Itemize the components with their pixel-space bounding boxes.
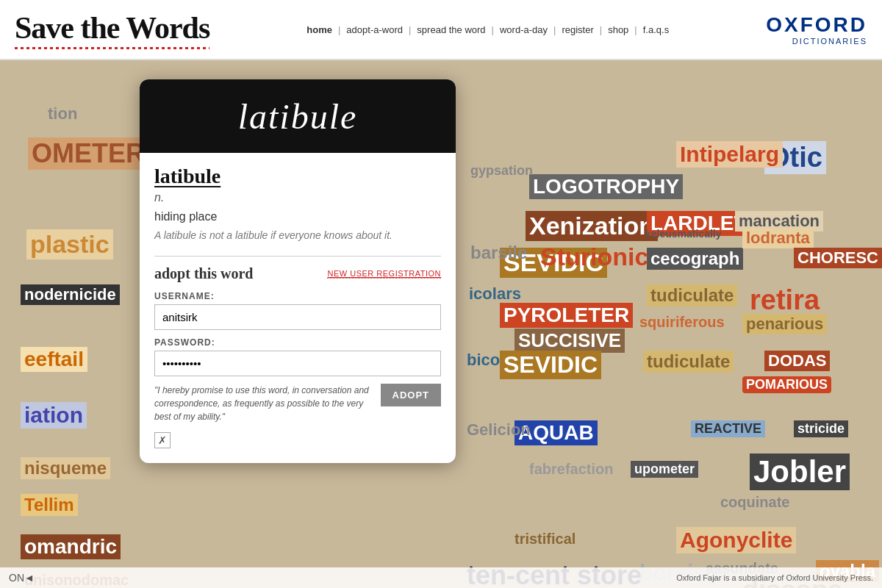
nav-item-register[interactable]: register xyxy=(556,24,599,35)
word-title: latibule xyxy=(154,165,441,188)
word-tile: cecograph xyxy=(647,248,743,270)
word-tile: eeftail xyxy=(21,347,87,372)
word-tile: retira xyxy=(750,284,820,316)
word-tile: keleusmatically xyxy=(645,228,722,240)
word-tile: squiriferous xyxy=(639,314,725,331)
word-tile: OMETER xyxy=(28,137,148,170)
divider xyxy=(154,256,441,257)
site-logo[interactable]: Save the Words xyxy=(15,10,209,46)
word-tile: tudiculate xyxy=(643,351,734,373)
agree-checkbox[interactable]: ✗ xyxy=(154,432,171,448)
word-pos: n. xyxy=(154,191,441,204)
adopt-row: "I hereby promise to use this word, in c… xyxy=(154,384,441,448)
audio-control[interactable]: ON◄ xyxy=(9,572,35,584)
word-tile: Sturionic xyxy=(540,243,648,271)
word-tile: fabrefaction xyxy=(529,461,613,478)
main-nav: home | adopt-a-word | spread the word | … xyxy=(301,24,675,35)
adopt-button[interactable]: ADOPT xyxy=(381,384,442,406)
nav-item-spreadtheword[interactable]: spread the word xyxy=(411,24,491,35)
adopt-header: adopt this word NEW USER REGISTRATION xyxy=(154,265,441,282)
word-tile: SUCCISIVE xyxy=(514,329,625,353)
nav-item-shop[interactable]: shop xyxy=(602,24,634,35)
nav-item-wordaday[interactable]: word-a-day xyxy=(494,24,553,35)
footer-bar: ON◄ Oxford Fajar is a subsidiary of Oxfo… xyxy=(0,567,882,588)
word-card: latibule latibule n. hiding place A lati… xyxy=(140,79,456,463)
password-input[interactable] xyxy=(154,351,441,376)
logo-underline xyxy=(15,47,209,49)
new-user-registration-link[interactable]: NEW USER REGISTRATION xyxy=(327,269,441,279)
card-content: latibule n. hiding place A latibule is n… xyxy=(140,153,456,448)
word-tile: Gelicion xyxy=(467,420,531,440)
word-tile: POMARIOUS xyxy=(742,376,831,393)
nav-item-adoptaword[interactable]: adopt-a-word xyxy=(340,24,409,35)
word-tile: penarious xyxy=(742,314,827,334)
word-tile: upometer xyxy=(631,461,698,478)
word-tile: REACTIVE xyxy=(691,420,765,437)
word-tile: CHORESC xyxy=(794,248,882,268)
word-tile: barsile xyxy=(470,243,527,263)
word-quote: A latibule is not a latibule if everyone… xyxy=(154,229,441,241)
nav-item-faqs[interactable]: f.a.q.s xyxy=(637,24,675,35)
word-tile: Tellim xyxy=(21,494,78,516)
word-image-label: latibule xyxy=(238,96,358,137)
header: Save the Words home | adopt-a-word | spr… xyxy=(0,0,882,60)
word-tile: coquinate xyxy=(720,494,789,511)
promise-text: "I hereby promise to use this word, in c… xyxy=(154,384,372,423)
word-tile: Agonyclite xyxy=(676,527,796,553)
word-tile: tion xyxy=(48,104,77,123)
logo-area: Save the Words xyxy=(15,10,209,49)
word-tile: Xenization xyxy=(526,211,658,241)
word-tile: omandric xyxy=(21,534,121,559)
word-definition: hiding place xyxy=(154,210,441,223)
username-label: USERNAME: xyxy=(154,291,441,301)
word-tile: DODAS xyxy=(764,351,830,371)
word-tile: iation xyxy=(21,402,87,429)
word-image-header: latibule xyxy=(140,79,456,153)
word-tile: tudiculate xyxy=(647,284,737,306)
password-label: PASSWORD: xyxy=(154,337,441,348)
nav-item-home[interactable]: home xyxy=(301,24,338,35)
oxford-bottom-text: DICTIONARIES xyxy=(792,37,867,46)
word-tile: nodernicide xyxy=(21,284,120,305)
username-input[interactable] xyxy=(154,304,441,330)
word-tile: gypsation xyxy=(470,163,533,179)
oxford-logo: OXFORD DICTIONARIES xyxy=(766,13,867,46)
word-tile: stricide xyxy=(794,420,848,437)
word-tile: Intipelarg xyxy=(676,141,783,168)
oxford-top-text: OXFORD xyxy=(766,13,867,37)
word-tile: nisqueme xyxy=(21,457,110,479)
word-tile: tristifical xyxy=(514,531,576,548)
adopt-title: adopt this word xyxy=(154,265,253,282)
oxford-credit: Oxford Fajar is a subsidiary of Oxford U… xyxy=(676,573,873,582)
word-tile: icolars xyxy=(469,284,521,304)
word-tile: PYROLETER xyxy=(500,303,633,328)
checkbox-x-icon: ✗ xyxy=(158,434,167,446)
checkbox-area: ✗ xyxy=(154,432,372,448)
word-tile: LOGOTROPHY xyxy=(529,174,683,199)
word-tile: SEVIDIC xyxy=(500,351,601,379)
word-tile: lodranta xyxy=(742,228,814,248)
word-tile: Jobler xyxy=(750,453,850,490)
word-tile: plastic xyxy=(26,229,113,259)
